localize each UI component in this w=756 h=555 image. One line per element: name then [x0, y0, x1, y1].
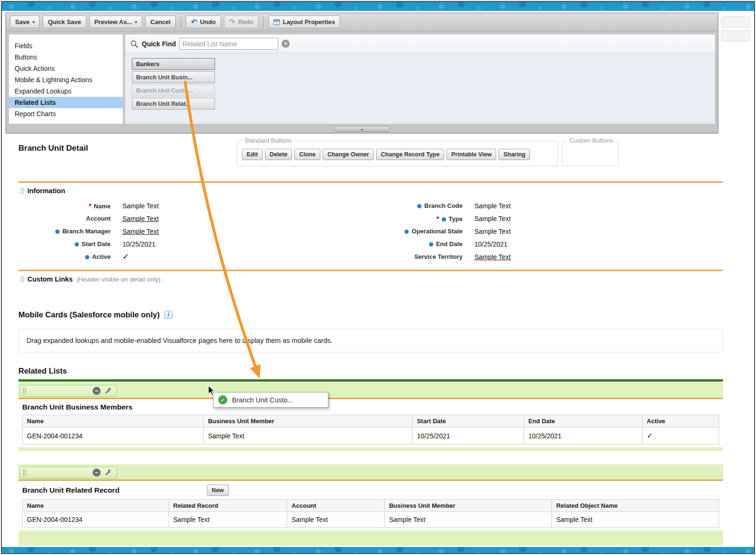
info-icon[interactable]: i [164, 311, 172, 319]
drop-allowed-check-icon: ✓ [218, 395, 227, 404]
related-list-related-record[interactable]: − Branch Unit Related Record New [18, 464, 723, 546]
undo-icon: ↶ [191, 20, 197, 25]
standard-field-dot-icon [429, 242, 433, 247]
sidebar-item-quick-actions[interactable]: Quick Actions [9, 63, 123, 74]
clone-button[interactable]: Clone [294, 149, 320, 160]
change-owner-button[interactable]: Change Owner [323, 149, 374, 160]
save-button-label: Save [15, 18, 29, 26]
wrench-icon[interactable] [104, 469, 112, 476]
quick-find-label: Quick Find [142, 40, 176, 48]
new-button[interactable]: New [207, 485, 229, 496]
drag-handle-icon [23, 469, 26, 476]
field-row-service-territory[interactable]: *Service Territory Sample Text [378, 250, 511, 263]
field-row-account[interactable]: *Account Sample Text [18, 212, 723, 225]
related-list-bar[interactable]: − [18, 383, 723, 398]
field-value: Sample Text [122, 228, 159, 235]
sidebar-item-fields[interactable]: Fields [9, 40, 123, 51]
sidebar-item-buttons[interactable]: Buttons [9, 51, 123, 63]
layout-properties-label: Layout Properties [283, 18, 335, 26]
palette-item-bankers[interactable]: Bankers [132, 58, 215, 70]
table-row: GEN-2004-001234 Sample Text Sample Text … [23, 512, 719, 528]
standard-field-dot-icon [75, 242, 79, 247]
sidebar-item-related-lists[interactable]: Related Lists [9, 97, 123, 108]
layout-properties-button[interactable]: Layout Properties [268, 16, 340, 28]
table-cell: Sample Text [552, 512, 719, 528]
related-list-handle[interactable]: − [19, 467, 117, 478]
custom-links-section-header[interactable]: Custom Links (Header visible on detail o… [18, 271, 723, 284]
save-button[interactable]: Save ▾ [10, 16, 40, 28]
printable-view-button[interactable]: Printable View [447, 149, 496, 160]
field-row-branch-code[interactable]: *Branch Code Sample Text [378, 199, 511, 212]
wrench-icon[interactable] [104, 387, 112, 394]
preview-as-label: Preview As... [94, 18, 132, 26]
field-label: *Active [18, 253, 111, 260]
field-row-type[interactable]: *Type Sample Text [378, 212, 511, 225]
field-label: *Branch Manager [18, 228, 111, 235]
field-row-active[interactable]: *Active ✓ [18, 250, 723, 263]
chevron-down-icon: ▾ [32, 19, 34, 25]
standard-buttons-group: Standard Buttons Edit Delete Clone Chang… [237, 141, 558, 166]
search-icon [130, 40, 138, 48]
drag-ghost: ✓ Branch Unit Custo... [213, 392, 328, 408]
undo-label: Undo [200, 18, 215, 26]
sharing-button[interactable]: Sharing [498, 149, 530, 160]
related-list-handle[interactable]: − [19, 385, 117, 397]
salesforce-footer-strip [2, 547, 754, 553]
table-row: GEN-2004-001234 Sample Text 10/25/2021 1… [23, 427, 719, 444]
related-list-content: Branch Unit Related Record New Name Rela… [18, 479, 723, 530]
table-cell: GEN-2004-001234 [23, 512, 169, 528]
palette-item-branch-unit-customer-dragging[interactable]: Branch Unit Custo... [132, 85, 215, 96]
field-row-end-date[interactable]: *End Date 10/25/2021 [378, 238, 511, 250]
table-cell: GEN-2004-001234 [23, 427, 204, 444]
page-layout-editor-window: Save ▾ Quick Save Preview As... ▾ Cancel… [1, 1, 755, 554]
related-lists-title: Related Lists [18, 367, 723, 376]
related-list-bar[interactable]: − [18, 464, 723, 479]
cancel-button[interactable]: Cancel [145, 16, 176, 28]
field-row-branch-manager[interactable]: *Branch Manager Sample Text [18, 225, 723, 238]
remove-list-icon[interactable]: − [93, 387, 101, 395]
remove-list-icon[interactable]: − [93, 469, 101, 477]
preview-as-button[interactable]: Preview As... ▾ [89, 16, 143, 28]
field-row-name[interactable]: *Name Sample Text [18, 199, 723, 212]
field-row-operational-state[interactable]: *Operational State Sample Text [378, 225, 511, 238]
toolbar-separator [263, 17, 264, 28]
related-list-name: Branch Unit Related Record [22, 486, 120, 495]
related-list-table: Name Business Unit Member Start Date End… [22, 415, 719, 444]
standard-buttons-legend: Standard Buttons [242, 137, 294, 144]
sidebar-item-report-charts[interactable]: Report Charts [9, 108, 123, 120]
checkbox-checkmark-icon: ✓ [642, 427, 719, 444]
palette-item-branch-unit-related[interactable]: Branch Unit Relat... [132, 98, 215, 110]
column-header: Business Unit Member [385, 500, 552, 512]
column-header: End Date [524, 415, 643, 427]
standard-field-dot-icon [417, 204, 421, 208]
field-value: Sample Text [122, 202, 159, 210]
palette-collapse-handle[interactable]: ▲ [334, 126, 390, 132]
sidebar-item-expanded-lookups[interactable]: Expanded Lookups [9, 85, 123, 97]
field-value: 10/25/2021 [122, 240, 155, 248]
redo-button[interactable]: ↷ Redo [224, 16, 259, 28]
sidebar-item-mobile-lightning-actions[interactable]: Mobile & Lightning Actions [9, 74, 123, 85]
drop-indicator-line [18, 379, 723, 382]
clear-search-icon[interactable]: ✕ [282, 40, 290, 48]
column-header: Name [23, 415, 204, 427]
table-cell: 10/25/2021 [524, 427, 643, 444]
information-section-header[interactable]: Information [18, 183, 723, 196]
drag-handle-icon [23, 387, 26, 394]
quick-find-input[interactable] [179, 38, 278, 50]
detail-header-row: Branch Unit Detail Standard Buttons Edit… [18, 140, 723, 174]
palette-item-branch-unit-business[interactable]: Branch Unit Busin... [132, 71, 215, 83]
change-record-type-button[interactable]: Change Record Type [376, 149, 444, 160]
related-list-business-members[interactable]: − Branch Unit Business Members Name [18, 383, 723, 451]
delete-button[interactable]: Delete [265, 149, 292, 160]
field-row-start-date[interactable]: *Start Date 10/25/2021 [18, 238, 723, 250]
custom-links-section: Custom Links (Header visible on detail o… [18, 270, 723, 305]
salesforce-header-strip [2, 2, 754, 11]
related-list-table: Name Related Record Account Business Uni… [22, 499, 719, 528]
quick-save-button[interactable]: Quick Save [43, 16, 86, 28]
undo-button[interactable]: ↶ Undo [186, 16, 221, 28]
column-header: Related Record [169, 500, 287, 512]
column-header: Account [287, 500, 385, 512]
edit-button[interactable]: Edit [242, 149, 263, 160]
field-label: *End Date [378, 240, 463, 248]
column-header: Business Unit Member [204, 415, 412, 427]
